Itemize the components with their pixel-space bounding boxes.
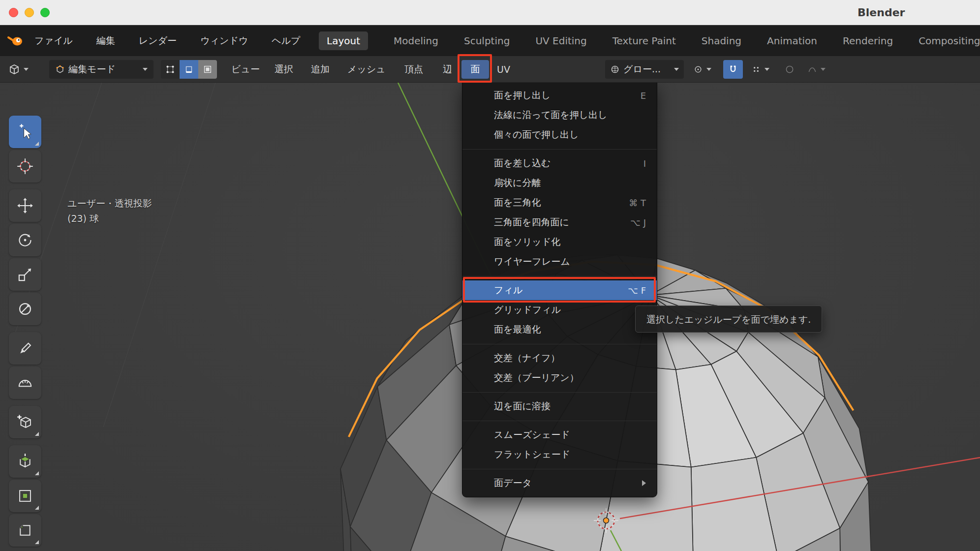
submenu-arrow-icon <box>642 480 646 486</box>
menu-item-beautify-faces[interactable]: 面を最適化 <box>462 320 657 339</box>
chevron-down-icon <box>24 68 29 71</box>
pivot-point-icon <box>693 64 703 74</box>
menu-select[interactable]: 選択 <box>272 60 296 79</box>
tool-group-indicator <box>35 142 39 146</box>
chevron-down-icon <box>821 68 826 71</box>
menu-add[interactable]: 追加 <box>308 60 333 79</box>
tool-rotate-button[interactable] <box>9 224 41 256</box>
tool-cursor-button[interactable] <box>9 150 41 183</box>
tool-inset-faces-button[interactable] <box>9 480 41 512</box>
move-tool-icon <box>17 197 33 214</box>
editor-type-selector[interactable] <box>4 60 32 79</box>
snap-toggle-button[interactable] <box>723 60 743 79</box>
tab-modeling[interactable]: Modeling <box>394 35 438 47</box>
menu-item-shade-smooth[interactable]: スムーズシェード <box>462 425 657 445</box>
tab-compositing[interactable]: Compositing <box>919 35 980 47</box>
menu-vertex[interactable]: 頂点 <box>401 60 426 79</box>
proportional-editing-button[interactable] <box>781 60 798 79</box>
menu-mesh[interactable]: メッシュ <box>344 60 389 79</box>
menu-separator <box>462 276 657 276</box>
menu-item-grid-fill[interactable]: グリッドフィル <box>462 300 657 320</box>
menu-item-triangulate[interactable]: 面を三角化 ⌘ T <box>462 193 657 213</box>
menu-item-intersect-boolean[interactable]: 交差（ブーリアン） <box>462 368 657 388</box>
measure-protractor-icon <box>17 374 33 391</box>
tool-scale-button[interactable] <box>9 258 41 291</box>
tab-shading[interactable]: Shading <box>702 35 741 47</box>
blender-logo-icon[interactable] <box>7 33 24 48</box>
workspace-tabs: Layout Modeling Sculpting UV Editing Tex… <box>319 25 980 56</box>
viewport-header: 編集モード ビュー 選択 追加 メッシュ 頂点 辺 面 UV <box>0 56 980 83</box>
tab-animation[interactable]: Animation <box>767 35 817 47</box>
bevel-icon <box>17 522 33 539</box>
tool-group-indicator <box>35 432 39 436</box>
menu-item-face-data[interactable]: 面データ <box>462 473 657 493</box>
menu-uv[interactable]: UV <box>494 60 513 79</box>
zoom-window-button[interactable] <box>40 8 50 17</box>
mode-dropdown[interactable]: 編集モード <box>49 60 153 79</box>
orientation-global-icon <box>610 64 620 74</box>
menu-item-weld-edges[interactable]: 辺を面に溶接 <box>462 397 657 416</box>
pivot-point-dropdown[interactable] <box>688 60 716 79</box>
menu-item-extrude-faces[interactable]: 面を押し出し E <box>462 86 657 105</box>
chevron-down-icon <box>706 68 711 71</box>
tool-annotate-button[interactable] <box>9 332 41 365</box>
menu-edge[interactable]: 辺 <box>440 60 455 79</box>
tab-texture-paint[interactable]: Texture Paint <box>612 35 676 47</box>
shortcut-label: I <box>643 158 646 169</box>
close-window-button[interactable] <box>9 8 18 17</box>
menu-help[interactable]: ヘルプ <box>269 32 303 50</box>
proportional-falloff-dropdown[interactable] <box>802 60 830 79</box>
menu-render[interactable]: レンダー <box>136 32 180 50</box>
annotate-pencil-icon <box>17 340 33 357</box>
minimize-window-button[interactable] <box>25 8 34 17</box>
menu-item-extrude-along-normals[interactable]: 法線に沿って面を押し出し <box>462 105 657 125</box>
view-projection-label: ユーザー・透視投影 <box>67 196 152 211</box>
chevron-down-icon <box>765 68 769 71</box>
face-menu-dropdown: 面を押し出し E 法線に沿って面を押し出し 個々の面で押し出し 面を差し込む I… <box>462 82 657 497</box>
tool-extrude-region-button[interactable] <box>9 445 41 478</box>
magnet-icon <box>728 64 738 74</box>
tool-move-button[interactable] <box>9 189 41 222</box>
window-controls <box>9 8 50 17</box>
vertex-select-button[interactable] <box>161 60 180 79</box>
falloff-curve-icon <box>807 64 817 74</box>
face-select-button[interactable] <box>198 60 217 79</box>
tool-group-indicator <box>35 540 39 544</box>
menu-separator <box>462 149 657 150</box>
mode-label: 編集モード <box>68 63 116 76</box>
tab-uv-editing[interactable]: UV Editing <box>535 35 586 47</box>
tab-layout[interactable]: Layout <box>319 31 368 50</box>
menu-item-fill[interactable]: フィル ⌥ F <box>462 280 657 300</box>
menu-item-shade-flat[interactable]: フラットシェード <box>462 445 657 464</box>
edge-select-button[interactable] <box>180 60 198 79</box>
scale-tool-icon <box>17 266 33 283</box>
menu-window[interactable]: ウィンドウ <box>197 32 251 50</box>
snap-target-dropdown[interactable] <box>745 60 775 79</box>
menu-item-poke-faces[interactable]: 扇状に分離 <box>462 173 657 193</box>
rotate-tool-icon <box>17 232 33 248</box>
tool-measure-button[interactable] <box>9 367 41 399</box>
tool-tweak-button[interactable] <box>9 116 41 148</box>
face-select-icon <box>202 64 213 75</box>
menu-file[interactable]: ファイル <box>31 32 76 50</box>
menu-item-intersect-knife[interactable]: 交差（ナイフ） <box>462 348 657 368</box>
tab-sculpting[interactable]: Sculpting <box>464 35 510 47</box>
menu-edit[interactable]: 編集 <box>93 32 118 50</box>
tool-bevel-button[interactable] <box>9 514 41 547</box>
menu-item-extrude-individual[interactable]: 個々の面で押し出し <box>462 125 657 145</box>
shortcut-label: ⌥ F <box>628 285 646 296</box>
menu-face[interactable]: 面 <box>461 60 489 79</box>
menu-item-solidify[interactable]: 面をソリッド化 <box>462 232 657 252</box>
window-title: Blender <box>858 0 905 25</box>
tab-rendering[interactable]: Rendering <box>843 35 893 47</box>
edit-mode-icon <box>55 64 65 74</box>
tool-transform-button[interactable] <box>9 293 41 325</box>
menu-item-wireframe[interactable]: ワイヤーフレーム <box>462 252 657 272</box>
editor-3d-viewport-icon <box>8 63 20 75</box>
menu-item-tris-to-quads[interactable]: 三角面を四角面に ⌥ J <box>462 213 657 232</box>
menu-view[interactable]: ビュー <box>228 60 263 79</box>
tool-add-cube-button[interactable] <box>9 406 41 438</box>
transform-orientation-dropdown[interactable]: グロー... <box>605 60 684 79</box>
menu-item-inset-faces[interactable]: 面を差し込む I <box>462 153 657 173</box>
orientation-label: グロー... <box>623 63 661 76</box>
